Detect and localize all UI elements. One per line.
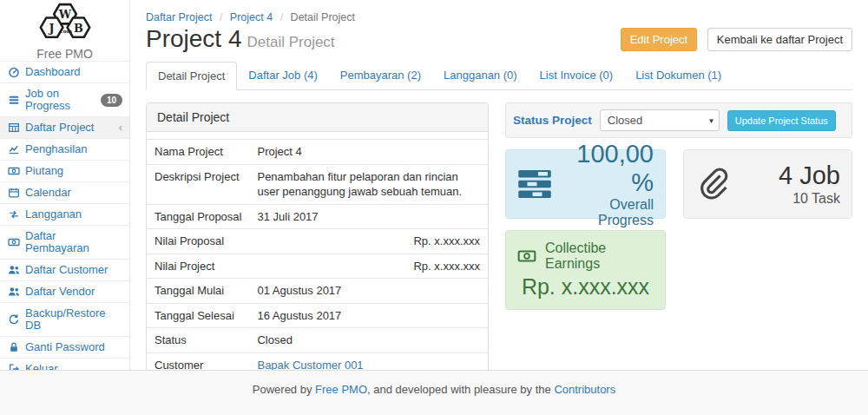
sidebar-menu: DashboardJob on Progress10Daftar Project… — [0, 61, 129, 379]
svg-text:.com: .com — [57, 28, 72, 34]
logo-link[interactable]: W J B .com Free PMO — [0, 0, 129, 61]
retweet-icon — [7, 208, 20, 221]
overall-progress-box: 100,00 % Overall Progress — [505, 149, 666, 219]
table-row: StatusClosed — [147, 328, 488, 353]
sidebar-box: W J B .com Free PMO DashboardJob on Prog… — [0, 0, 130, 380]
table-row: Nilai ProposalRp. x.xxx.xxx — [147, 229, 488, 254]
sidebar-item-backup-restore-db[interactable]: Backup/Restore DB — [0, 302, 129, 336]
page-title-wrap: Project 4Detail Project — [146, 25, 335, 53]
table-row: Tanggal Selesai16 Agustus 2017 — [147, 303, 488, 328]
sidebar-item-dashboard[interactable]: Dashboard — [0, 61, 129, 82]
tasks-icon — [517, 167, 552, 201]
lock-icon — [7, 341, 20, 353]
money-icon — [517, 247, 536, 266]
tab-list-invoice-0[interactable]: List Invoice (0) — [529, 62, 625, 89]
breadcrumb-item-project-4[interactable]: Project 4 — [230, 11, 273, 23]
row-value: Rp. x.xxx.xxx — [249, 229, 488, 254]
table-row: Nama ProjectProject 4 — [147, 140, 488, 165]
svg-text:J: J — [48, 22, 54, 35]
sidebar-item-label: Backup/Restore DB — [25, 307, 122, 332]
progress-label: Overall Progress — [552, 197, 654, 228]
footer-text-prefix: Powered by — [253, 383, 315, 396]
footer: Powered by Free PMO, and developed with … — [0, 370, 868, 415]
back-to-project-list-button[interactable]: Kembali ke daftar Project — [707, 28, 852, 51]
row-label: Tanggal Selesai — [147, 303, 249, 328]
table-row: Nilai ProjectRp. x.xxx.xxx — [147, 254, 488, 279]
table-row: Tanggal Mulai01 Agustus 2017 — [147, 279, 488, 304]
page-subtitle: Detail Project — [247, 34, 335, 50]
row-value: Closed — [249, 328, 488, 353]
sidebar-item-label: Job on Progress — [25, 88, 95, 112]
customer-link[interactable]: Bapak Customer 001 — [257, 359, 363, 370]
tab-bar: Detail ProjectDaftar Job (4)Pembayaran (… — [146, 62, 852, 90]
sidebar-item-label: Daftar Project — [25, 122, 94, 134]
sidebar-item-label: Dashboard — [25, 66, 81, 78]
tab-detail-project[interactable]: Detail Project — [146, 62, 237, 90]
progress-text: 100,00 % Overall Progress — [552, 140, 654, 229]
money-icon — [7, 165, 20, 177]
jobs-label: 10 Task — [779, 191, 840, 207]
row-label: Status — [147, 328, 249, 353]
breadcrumb-item-daftar-project[interactable]: Daftar Project — [146, 11, 212, 23]
status-select[interactable]: Closed — [600, 109, 720, 131]
tab-daftar-job-4[interactable]: Daftar Job (4) — [237, 62, 328, 89]
breadcrumb: Daftar Project / Project 4 / Detail Proj… — [130, 0, 868, 25]
sidebar-item-label: Daftar Customer — [25, 264, 108, 276]
sidebar-item-daftar-vendor[interactable]: Daftar Vendor — [0, 280, 129, 302]
earnings-value: Rp. x.xxx.xxx — [517, 274, 654, 300]
bars-icon — [7, 94, 20, 106]
footer-link-contributors[interactable]: Contributors — [554, 383, 615, 396]
sidebar-item-penghasilan[interactable]: Penghasilan — [0, 138, 129, 160]
row-value: 31 Juli 2017 — [249, 204, 488, 229]
sidebar-item-calendar[interactable]: Calendar — [0, 181, 129, 203]
main-row: W J B .com Free PMO DashboardJob on Prog… — [0, 0, 868, 370]
page-title: Project 4 — [146, 25, 242, 52]
panel-body: Nama ProjectProject 4Deskripsi ProjectPe… — [147, 132, 488, 370]
users-icon — [7, 264, 20, 276]
row-label: Nilai Project — [147, 254, 249, 279]
footer-text-middle: , and developed with pleasure by the — [367, 383, 554, 396]
row-label: Nama Project — [147, 140, 249, 165]
earnings-label: Collectibe Earnings — [545, 240, 654, 272]
sidebar-item-piutang[interactable]: Piutang — [0, 160, 129, 181]
tab-pembayaran-2[interactable]: Pembayaran (2) — [329, 62, 432, 89]
table-icon — [7, 122, 20, 134]
sidebar-item-daftar-customer[interactable]: Daftar Customer — [0, 259, 129, 280]
row-value: 01 Agustus 2017 — [249, 279, 488, 304]
badge: 10 — [101, 94, 122, 107]
status-project-label: Status Project — [513, 114, 592, 127]
sidebar-item-label: Ganti Password — [25, 341, 105, 353]
main-content: Daftar Project / Project 4 / Detail Proj… — [130, 0, 868, 370]
row-label: Tanggal Proposal — [147, 204, 249, 229]
row-value: Project 4 — [249, 140, 488, 165]
jobs-box: 4 Job 10 Task — [683, 149, 852, 219]
sidebar-item-label: Daftar Pembayaran — [25, 230, 122, 254]
tab-langganan-0[interactable]: Langganan (0) — [432, 62, 529, 89]
panel-title: Detail Project — [147, 103, 488, 132]
chart-line-icon — [7, 143, 20, 155]
row-value: Penambahan fitur pelaporan dan rincian u… — [249, 164, 488, 204]
sidebar-item-job-on-progress[interactable]: Job on Progress10 — [0, 82, 129, 116]
row-value: 16 Agustus 2017 — [249, 303, 488, 328]
svg-text:W: W — [57, 8, 71, 21]
sidebar-item-ganti-password[interactable]: Ganti Password — [0, 336, 129, 358]
breadcrumb-item-detail-project: Detail Project — [291, 11, 355, 23]
progress-value: 100,00 % — [552, 140, 654, 198]
sidebar-item-daftar-project[interactable]: Daftar Project‹ — [0, 116, 129, 138]
jwb-logo-icon: W J B .com — [25, 0, 105, 46]
tab-list-dokumen-1[interactable]: List Dokumen (1) — [624, 62, 733, 89]
row-label: Nilai Proposal — [147, 229, 249, 254]
sidebar: W J B .com Free PMO DashboardJob on Prog… — [0, 0, 130, 370]
stat-boxes: 100,00 % Overall Progress 4 Job 10 Task — [505, 149, 852, 219]
sidebar-item-langganan[interactable]: Langganan — [0, 203, 129, 225]
sidebar-item-daftar-pembayaran[interactable]: Daftar Pembayaran — [0, 225, 129, 259]
edit-project-button[interactable]: Edit Project — [621, 28, 697, 51]
sidebar-item-label: Daftar Vendor — [25, 286, 95, 298]
app: W J B .com Free PMO DashboardJob on Prog… — [0, 0, 868, 415]
calendar-icon — [7, 187, 20, 199]
sidebar-item-label: Calendar — [25, 187, 71, 199]
update-project-status-button[interactable]: Update Project Status — [727, 110, 836, 131]
footer-link-free-pmo[interactable]: Free PMO — [315, 383, 367, 396]
sidebar-item-label: Langganan — [25, 208, 82, 221]
paperclip-icon — [695, 166, 732, 202]
